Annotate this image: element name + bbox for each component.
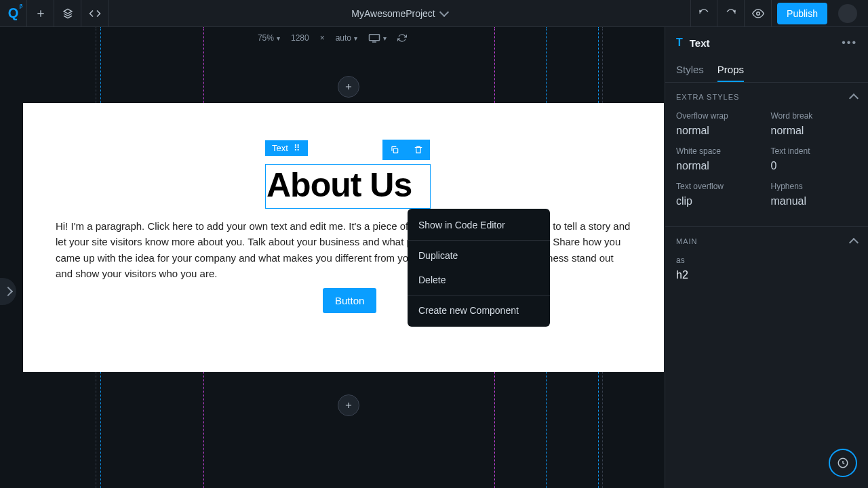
panel-header: T Text ••• [665,27,868,58]
help-button[interactable] [829,449,857,477]
layers-icon[interactable] [54,0,81,27]
panel-title: Text [690,37,710,49]
caret-down-icon: ▾ [383,35,387,42]
ctx-create-component[interactable]: Create new Component [408,298,550,323]
caret-down-icon: ▾ [277,35,280,42]
preview-icon[interactable] [745,0,772,27]
ctx-delete[interactable]: Delete [408,268,550,292]
width-value[interactable]: 1280 [291,33,309,43]
tab-styles[interactable]: Styles [676,58,704,82]
main-canvas-area: 75% ▾ 1280 × auto ▾ ▾ About Us Hi! I'm a… [0,27,665,488]
zoom-selector[interactable]: 75% ▾ [258,33,280,43]
selection-outline [265,164,431,209]
svg-point-0 [756,12,760,15]
selection-actions [382,140,430,160]
svg-rect-1 [370,35,380,41]
ctx-show-code[interactable]: Show in Code Editor [408,213,550,237]
ctx-duplicate[interactable]: Duplicate [408,243,550,268]
button-element[interactable]: Button [323,288,376,313]
more-icon[interactable]: ••• [842,37,857,49]
add-section-button[interactable] [338,76,359,98]
chevron-up-icon [849,94,859,103]
height-selector[interactable]: auto ▾ [336,33,357,43]
selection-tag[interactable]: Text ⠿ [265,140,308,156]
topbar-right: Publish [690,0,868,27]
avatar[interactable] [838,4,857,23]
panel-tabs: Styles Props [665,58,868,83]
chevron-right-icon [3,287,13,296]
properties-panel: T Text ••• Styles Props EXTRA STYLES Ove… [665,27,868,488]
add-section-button[interactable] [338,394,359,416]
caret-down-icon: ▾ [354,35,357,42]
canvas-toolbar: 75% ▾ 1280 × auto ▾ ▾ [0,30,665,46]
separator [408,295,550,296]
tab-props[interactable]: Props [717,58,744,82]
field-white-space[interactable]: White spacenormal [676,146,763,172]
svg-rect-2 [393,148,397,152]
chevron-down-icon [439,7,449,16]
canvas[interactable]: About Us Hi! I'm a paragraph. Click here… [23,103,664,372]
field-hyphens[interactable]: Hyphensmanual [771,182,858,207]
text-type-icon: T [676,37,683,49]
drag-handle-icon[interactable]: ⠿ [294,143,301,153]
add-icon[interactable] [27,0,54,27]
undo-icon[interactable] [690,0,717,27]
section-header[interactable]: MAIN [676,237,857,246]
copy-icon[interactable] [382,140,406,160]
field-as[interactable]: ash2 [676,256,857,281]
device-icon[interactable]: ▾ [368,33,387,43]
delete-icon[interactable] [406,140,430,160]
field-word-break[interactable]: Word breaknormal [771,111,858,137]
logo-icon[interactable]: Qβ [0,0,27,27]
code-icon[interactable] [81,0,108,27]
field-overflow-wrap[interactable]: Overflow wrapnormal [676,111,763,137]
field-text-overflow[interactable]: Text overflowclip [676,182,763,207]
refresh-icon[interactable] [397,33,407,43]
chevron-up-icon [849,238,859,247]
section-main: MAIN ash2 [665,226,868,291]
section-header[interactable]: EXTRA STYLES [676,92,857,102]
selection-label: Text [272,143,288,153]
top-bar: Qβ MyAwesomeProject Publish [0,0,868,27]
sidebar-toggle[interactable] [0,278,16,305]
context-menu: Show in Code Editor Duplicate Delete Cre… [408,209,550,327]
separator [408,240,550,241]
field-text-indent[interactable]: Text indent0 [771,146,858,172]
project-name: MyAwesomeProject [351,8,435,19]
section-extra-styles: EXTRA STYLES Overflow wrapnormal Word br… [665,83,868,226]
redo-icon[interactable] [717,0,745,27]
dimension-separator: × [320,33,325,43]
publish-button[interactable]: Publish [777,3,827,24]
project-selector[interactable]: MyAwesomeProject [108,8,690,19]
